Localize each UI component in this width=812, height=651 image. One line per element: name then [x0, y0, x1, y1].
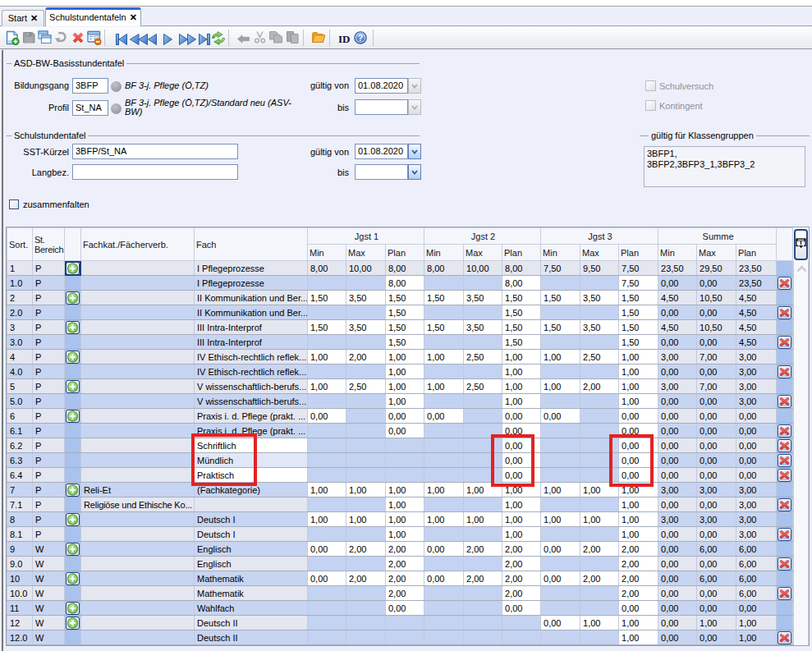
svg-text:?: ? [358, 33, 363, 43]
